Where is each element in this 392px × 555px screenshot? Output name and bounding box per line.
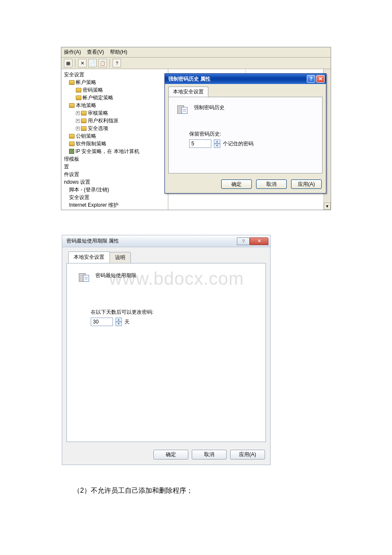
folder-icon bbox=[76, 88, 81, 92]
folder-icon bbox=[69, 142, 75, 146]
ok-button[interactable]: 确定 bbox=[221, 179, 252, 189]
folder-icon bbox=[81, 119, 86, 123]
expand-icon[interactable]: + bbox=[76, 127, 80, 130]
policy-heading: 密码最短使用期限 bbox=[95, 272, 136, 278]
tree-password-policy[interactable]: 密码策略 bbox=[83, 86, 103, 94]
tree-windows-set[interactable]: ndows 设置 bbox=[64, 178, 90, 186]
toolbar-btn-1[interactable]: ▦ bbox=[64, 59, 72, 67]
cancel-button[interactable]: 取消 bbox=[192, 450, 227, 460]
tree-scripts[interactable]: 脚本 - (登录/注销) bbox=[69, 186, 109, 194]
menu-help[interactable]: 帮助(H) bbox=[110, 49, 127, 56]
tree-sec-set[interactable]: 安全设置 bbox=[69, 194, 89, 201]
chip-icon bbox=[69, 149, 74, 154]
properties-dialog-history: 强制密码历史 属性 ? ✕ 本地安全设置 强制密码历史 保留密码历史: bbox=[164, 73, 326, 194]
titlebar[interactable]: 密码最短使用期限 属性 ? ✕ bbox=[62, 235, 270, 247]
toolbar: ▦ ✕ 📄 📋 ？ bbox=[61, 58, 331, 69]
history-value-input[interactable] bbox=[189, 139, 211, 148]
folder-icon bbox=[81, 111, 86, 116]
help-icon[interactable]: ? bbox=[237, 237, 250, 245]
close-icon[interactable]: ✕ bbox=[250, 237, 268, 245]
tree-template2[interactable]: 理模板 bbox=[64, 209, 79, 210]
cancel-button[interactable]: 取消 bbox=[256, 179, 287, 189]
apply-button[interactable]: 应用(A) bbox=[291, 179, 322, 189]
change-after-label: 在以下天数后可以更改密码: bbox=[91, 309, 254, 316]
policy-heading: 强制密码历史 bbox=[194, 104, 225, 110]
folder-icon bbox=[69, 134, 75, 139]
toolbar-export-icon[interactable]: 📋 bbox=[98, 59, 107, 67]
spin-up-icon[interactable]: ▲ bbox=[115, 318, 122, 322]
tree-software-restrict[interactable]: 软件限制策略 bbox=[76, 140, 107, 147]
tab-description[interactable]: 说明 bbox=[110, 252, 131, 263]
dialog-title: 强制密码历史 属性 bbox=[168, 75, 210, 83]
policy-icon bbox=[79, 272, 90, 283]
tab-local-security[interactable]: 本地安全设置 bbox=[168, 87, 208, 97]
tree-template[interactable]: 理模板 bbox=[64, 155, 79, 163]
expand-icon[interactable]: + bbox=[76, 119, 80, 123]
toolbar-help-icon[interactable]: ？ bbox=[112, 59, 121, 67]
dialog-title: 密码最短使用期限 属性 bbox=[66, 237, 119, 245]
help-icon[interactable]: ? bbox=[307, 75, 315, 83]
expand-icon[interactable]: + bbox=[76, 111, 80, 115]
titlebar[interactable]: 强制密码历史 属性 ? ✕ bbox=[165, 74, 326, 84]
policy-icon bbox=[177, 104, 188, 115]
mmc-window: 操作(A) 查看(V) 帮助(H) ▦ ✕ 📄 📋 ？ 安全设置 帐户策略 密码… bbox=[61, 47, 331, 210]
menu-view[interactable]: 查看(V) bbox=[87, 49, 104, 56]
menubar: 操作(A) 查看(V) 帮助(H) bbox=[61, 47, 331, 58]
close-icon[interactable]: ✕ bbox=[316, 75, 325, 83]
apply-button[interactable]: 应用(A) bbox=[230, 450, 265, 460]
spin-down-icon[interactable]: ▼ bbox=[214, 144, 220, 148]
spinner-buttons[interactable]: ▲ ▼ bbox=[115, 318, 122, 326]
toolbar-separator bbox=[110, 59, 110, 67]
tab-local-security[interactable]: 本地安全设置 bbox=[68, 251, 110, 263]
caption-text: （2）不允许员工自己添加和删除程序； bbox=[73, 486, 392, 495]
toolbar-delete-icon[interactable]: ✕ bbox=[78, 59, 86, 67]
tree-view[interactable]: 安全设置 帐户策略 密码策略 帐户锁定策略 本地策略 +审核策略 +用户权利指派… bbox=[61, 69, 168, 210]
tree-local-policy[interactable]: 本地策略 bbox=[76, 101, 96, 109]
days-unit: 天 bbox=[124, 318, 130, 326]
tree-lockout-policy[interactable]: 帐户锁定策略 bbox=[83, 94, 113, 101]
history-unit: 个记住的密码 bbox=[223, 140, 254, 147]
tree-ip-policy[interactable]: IP 安全策略，在 本地计算机 bbox=[75, 147, 139, 155]
ok-button[interactable]: 确定 bbox=[153, 450, 188, 460]
spinner-buttons[interactable]: ▲ ▼ bbox=[214, 139, 220, 148]
folder-icon bbox=[69, 103, 75, 108]
folder-icon bbox=[69, 80, 75, 85]
properties-dialog-min-age: 密码最短使用期限 属性 ? ✕ www.bdocx.com 本地安全设置 说明 … bbox=[62, 235, 271, 465]
days-value-input[interactable] bbox=[91, 318, 113, 326]
toolbar-separator bbox=[75, 59, 75, 67]
scroll-down-icon[interactable]: ▼ bbox=[324, 202, 331, 210]
tree-user-rights[interactable]: 用户权利指派 bbox=[88, 117, 118, 124]
spin-down-icon[interactable]: ▼ bbox=[115, 322, 122, 326]
tree-audit-policy[interactable]: 审核策略 bbox=[88, 109, 108, 117]
tree-security-options[interactable]: 安全选项 bbox=[88, 124, 108, 132]
tree-account-policy[interactable]: 帐户策略 bbox=[76, 78, 96, 86]
tree-public-key[interactable]: 公钥策略 bbox=[76, 132, 96, 140]
tree-settings-cut[interactable]: 置 bbox=[64, 163, 69, 171]
keep-history-label: 保留密码历史: bbox=[189, 130, 314, 138]
tree-software-set[interactable]: 件设置 bbox=[64, 171, 79, 178]
spin-up-icon[interactable]: ▲ bbox=[214, 139, 220, 144]
folder-icon bbox=[76, 95, 81, 100]
toolbar-properties-icon[interactable]: 📄 bbox=[88, 59, 97, 67]
menu-action[interactable]: 操作(A) bbox=[64, 49, 81, 56]
tree-root[interactable]: 安全设置 bbox=[64, 71, 84, 78]
folder-icon bbox=[81, 126, 86, 131]
tree-ie-maint[interactable]: Internet Explorer 维护 bbox=[69, 201, 118, 209]
